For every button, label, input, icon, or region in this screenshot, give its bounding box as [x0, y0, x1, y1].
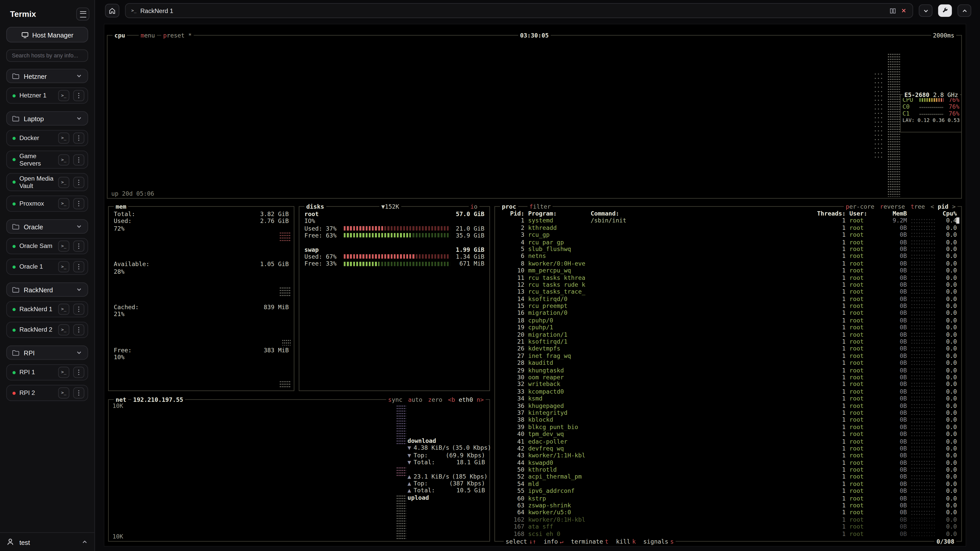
signals-key[interactable]: signalss — [643, 538, 674, 545]
process-row[interactable]: 8 kworker/0:0H-eve 1 root 0B 0.0 — [500, 260, 957, 267]
host-item[interactable]: RackNerd 2 >_ — [6, 322, 88, 338]
host-item[interactable]: RackNerd 1 >_ — [6, 301, 88, 318]
host-menu-button[interactable] — [73, 367, 84, 378]
split-view-button[interactable] — [889, 7, 896, 14]
host-item[interactable]: Docker >_ — [6, 130, 88, 146]
process-row[interactable]: 10 mm_percpu_wq 1 root 0B 0.0 — [500, 267, 957, 274]
host-menu-button[interactable] — [73, 241, 84, 252]
tab-list-button[interactable] — [919, 4, 932, 17]
host-menu-button[interactable] — [73, 324, 84, 335]
connect-terminal-button[interactable]: >_ — [58, 90, 69, 101]
host-item[interactable]: Hetzner 1 >_ — [6, 87, 88, 104]
host-menu-button[interactable] — [73, 154, 84, 165]
terminate-key[interactable]: terminatet — [571, 538, 608, 545]
folder-header[interactable]: RackNerd — [6, 283, 88, 297]
update-interval[interactable]: 2000ms — [931, 32, 956, 39]
process-row[interactable]: 40 tpm_dev_wq 1 root 0B 0.0 — [500, 430, 957, 438]
process-row[interactable]: 60 kstrp 1 root 0B 0.0 — [500, 495, 957, 502]
process-row[interactable]: 20 migration/1 1 root 0B 0.0 — [500, 331, 957, 338]
host-item[interactable]: Proxmox >_ — [6, 196, 88, 212]
process-row[interactable]: 11 rcu_tasks_kthrea 1 root 0B 0.0 — [500, 274, 957, 281]
net-auto-toggle[interactable]: auto — [408, 396, 422, 403]
connect-terminal-button[interactable]: >_ — [58, 176, 69, 188]
process-row[interactable]: 34 ksmd 1 root 0B 0.0 — [500, 395, 957, 402]
connect-terminal-button[interactable]: >_ — [58, 324, 69, 335]
host-menu-button[interactable] — [73, 261, 84, 272]
process-row[interactable]: 41 edac-poller 1 root 0B 0.0 — [500, 438, 957, 445]
collapse-button[interactable] — [958, 4, 971, 17]
close-tab-button[interactable] — [900, 7, 907, 14]
process-row[interactable]: 32 writeback 1 root 0B 0.0 — [500, 381, 957, 388]
process-row[interactable]: 38 kblockd 1 root 0B 0.0 — [500, 416, 957, 424]
net-zero-toggle[interactable]: zero — [428, 396, 442, 403]
process-row[interactable]: 36 khugepaged 1 root 0B 0.0 — [500, 402, 957, 409]
process-row[interactable]: 18 cpuhp/0 1 root 0B 0.0 — [500, 317, 957, 324]
host-menu-button[interactable] — [73, 303, 84, 315]
folder-header[interactable]: RPI — [6, 345, 88, 360]
host-item[interactable]: Game Servers >_ — [6, 151, 88, 168]
admin-tools-button[interactable] — [938, 4, 952, 17]
process-row[interactable]: 5 slub_flushwq 1 root 0B 0.0 — [500, 245, 957, 252]
process-row[interactable]: 16 migration/0 1 root 0B 0.0 — [500, 310, 957, 317]
search-input[interactable] — [6, 49, 88, 62]
host-item[interactable]: RPI 1 >_ — [6, 364, 88, 381]
process-row[interactable]: 167 ata_sff 1 root 0B 0.0 — [500, 523, 957, 530]
process-row[interactable]: 15 rcu_preempt 1 root 0B 0.0 — [500, 302, 957, 310]
connect-terminal-button[interactable]: >_ — [58, 367, 69, 378]
process-row[interactable]: 29 khungtaskd 1 root 0B 0.0 — [500, 367, 957, 374]
folder-header[interactable]: Hetzner — [6, 68, 88, 83]
process-row[interactable]: 27 inet_frag_wq 1 root 0B 0.0 — [500, 352, 957, 359]
process-row[interactable]: 64 kworker/u5:0 1 root 0B 0.0 — [500, 509, 957, 516]
host-menu-button[interactable] — [73, 132, 84, 144]
process-row[interactable]: 39 blkcg_punt_bio 1 root 0B 0.0 — [500, 424, 957, 430]
process-row[interactable]: 55 ipv6_addrconf 1 root 0B 0.0 — [500, 487, 957, 495]
process-row[interactable]: 43 kworker/1:1H-kbl 1 root 0B 0.0 — [500, 452, 957, 459]
home-button[interactable] — [105, 4, 119, 17]
process-row[interactable]: 50 kthrotld 1 root 0B 0.0 — [500, 466, 957, 473]
process-row[interactable]: 4 rcu_par_gp 1 root 0B 0.0 — [500, 238, 957, 245]
host-menu-button[interactable] — [73, 198, 84, 209]
connect-terminal-button[interactable]: >_ — [58, 198, 69, 209]
process-row[interactable]: 44 kswapd0 1 root 0B 0.0 — [500, 459, 957, 466]
process-row[interactable]: 14 ksoftirqd/0 1 root 0B 0.0 — [500, 295, 957, 303]
process-row[interactable]: 6 netns 1 root 0B 0.0 — [500, 252, 957, 260]
host-manager-button[interactable]: Host Manager — [6, 27, 88, 42]
process-row[interactable]: 12 rcu_tasks_rude_k 1 root 0B 0.0 — [500, 281, 957, 288]
host-item[interactable]: RPI 2 >_ — [6, 385, 88, 401]
process-row[interactable]: 3 rcu_gp 1 root 0B 0.0 — [500, 231, 957, 238]
process-row[interactable]: 19 cpuhp/1 1 root 0B 0.0 — [500, 324, 957, 331]
process-row[interactable]: 1 systemd /sbin/init 1 root 9.2M 0.4 — [500, 217, 957, 224]
host-item[interactable]: Open Media Vault >_ — [6, 173, 88, 191]
net-sync-toggle[interactable]: sync — [388, 396, 402, 403]
connect-terminal-button[interactable]: >_ — [58, 303, 69, 315]
process-row[interactable]: 21 ksoftirqd/1 1 root 0B 0.0 — [500, 338, 957, 345]
connect-terminal-button[interactable]: >_ — [58, 261, 69, 272]
process-row[interactable]: 28 kauditd 1 root 0B 0.0 — [500, 359, 957, 367]
process-row[interactable]: 54 mld 1 root 0B 0.0 — [500, 480, 957, 487]
process-row[interactable]: 37 kintegrityd 1 root 0B 0.0 — [500, 409, 957, 416]
preset-button[interactable]: preset * — [161, 32, 194, 39]
host-menu-button[interactable] — [73, 90, 84, 101]
process-row[interactable]: 42 devfreq_wq 1 root 0B 0.0 — [500, 445, 957, 452]
user-footer[interactable]: test — [0, 532, 94, 548]
connect-terminal-button[interactable]: >_ — [58, 154, 69, 165]
process-row[interactable]: 26 kdevtmpfs 1 root 0B 0.0 — [500, 345, 957, 352]
host-item[interactable]: Oracle 1 >_ — [6, 259, 88, 275]
net-interface[interactable]: <b eth0 n> — [448, 396, 484, 403]
folder-header[interactable]: Oracle — [6, 219, 88, 233]
select-key[interactable]: select↓↑ — [506, 538, 536, 545]
info-key[interactable]: info↵ — [544, 538, 563, 545]
host-menu-button[interactable] — [73, 176, 84, 188]
kill-key[interactable]: killk — [616, 538, 636, 545]
io-toggle[interactable]: io — [469, 203, 479, 210]
process-row[interactable]: 33 kcompactd0 1 root 0B 0.0 — [500, 388, 957, 395]
sidebar-menu-button[interactable] — [76, 7, 89, 21]
folder-header[interactable]: Laptop — [6, 111, 88, 125]
connect-terminal-button[interactable]: >_ — [58, 387, 69, 399]
process-row[interactable]: 52 acpi_thermal_pm 1 root 0B 0.0 — [500, 473, 957, 480]
process-row[interactable]: 162 kworker/0:1H-kbl 1 root 0B 0.0 — [500, 516, 957, 523]
terminal-view[interactable]: cpu menu preset * 03:30:05 2000ms E5-268… — [104, 24, 966, 547]
connect-terminal-button[interactable]: >_ — [58, 241, 69, 252]
process-row[interactable]: 13 rcu_tasks_trace_ 1 root 0B 0.0 — [500, 288, 957, 295]
connect-terminal-button[interactable]: >_ — [58, 132, 69, 144]
